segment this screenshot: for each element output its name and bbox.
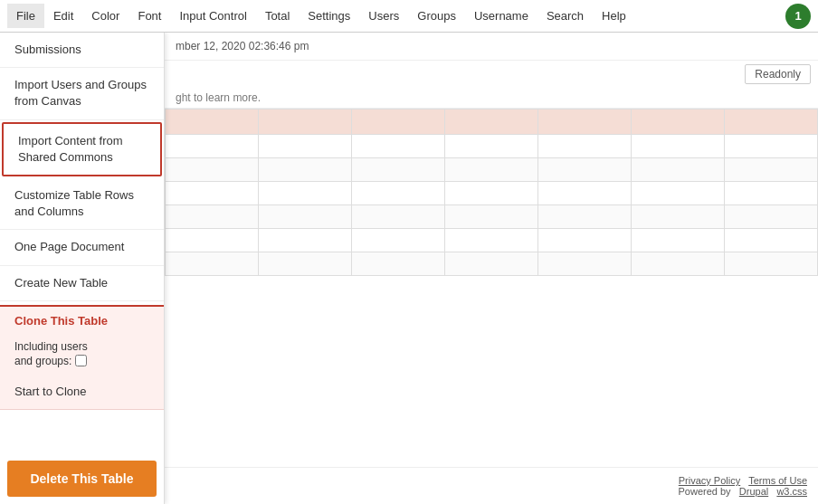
table-row (166, 158, 818, 182)
menu-username[interactable]: Username (465, 4, 537, 28)
table-cell[interactable] (632, 182, 725, 205)
menu-total[interactable]: Total (256, 4, 299, 28)
table-cell[interactable] (259, 252, 352, 276)
table-cell[interactable] (259, 205, 352, 229)
table-header-cell (632, 109, 725, 135)
table-cell[interactable] (445, 158, 538, 182)
table-row (166, 252, 818, 276)
table-container (165, 109, 818, 467)
table-row (166, 205, 818, 229)
table-cell[interactable] (538, 252, 632, 276)
table-cell[interactable] (445, 182, 538, 205)
table-cell[interactable] (259, 158, 352, 182)
table-cell[interactable] (632, 205, 725, 229)
data-table (165, 109, 818, 276)
table-cell[interactable] (725, 205, 818, 229)
including-users-checkbox[interactable] (75, 355, 87, 366)
table-header-cell (445, 109, 538, 135)
table-cell[interactable] (632, 158, 725, 182)
table-row (166, 182, 818, 205)
sidebar-item-import-content[interactable]: Import Content from Shared Commons (2, 122, 162, 176)
clone-section: Clone This Table Including users and gro… (0, 307, 164, 410)
table-cell[interactable] (538, 182, 632, 205)
table-header-cell (352, 109, 445, 135)
menu-input-control[interactable]: Input Control (170, 4, 255, 28)
table-cell[interactable] (725, 158, 818, 182)
including-users-label: Including users (14, 340, 149, 353)
table-cell[interactable] (352, 252, 445, 276)
menu-users[interactable]: Users (359, 4, 408, 28)
menu-settings[interactable]: Settings (299, 4, 359, 28)
menu-color[interactable]: Color (82, 4, 128, 28)
delete-table-button[interactable]: Delete This Table (7, 461, 157, 497)
content-footer: Privacy Policy Terms of Use Powered by D… (165, 467, 818, 504)
clone-this-table-label: Clone This Table (0, 307, 164, 335)
table-cell[interactable] (166, 135, 259, 158)
table-cell[interactable] (725, 182, 818, 205)
table-cell[interactable] (259, 135, 352, 158)
table-cell[interactable] (166, 252, 259, 276)
table-cell[interactable] (352, 158, 445, 182)
readonly-bar: Readonly (165, 61, 818, 88)
table-cell[interactable] (352, 182, 445, 205)
sidebar-item-submissions[interactable]: Submissions (0, 33, 164, 68)
table-cell[interactable] (632, 229, 725, 252)
sidebar-item-import-users[interactable]: Import Users and Groups from Canvas (0, 68, 164, 119)
table-row (166, 135, 818, 158)
table-cell[interactable] (538, 205, 632, 229)
table-cell[interactable] (725, 135, 818, 158)
table-cell[interactable] (166, 182, 259, 205)
including-users-row: Including users and groups: (0, 335, 164, 375)
content-area: mber 12, 2020 02:36:46 pm Readonly ght t… (165, 33, 818, 504)
menu-bar: File Edit Color Font Input Control Total… (0, 0, 818, 33)
menu-search[interactable]: Search (537, 4, 593, 28)
table-header-cell (538, 109, 632, 135)
menu-groups[interactable]: Groups (408, 4, 465, 28)
table-cell[interactable] (259, 229, 352, 252)
menu-file[interactable]: File (7, 4, 44, 28)
table-cell[interactable] (352, 205, 445, 229)
table-header-row (166, 109, 818, 135)
table-cell[interactable] (632, 135, 725, 158)
w3css-link[interactable]: w3.css (776, 486, 807, 497)
table-cell[interactable] (166, 229, 259, 252)
sidebar: Submissions Import Users and Groups from… (0, 33, 165, 504)
table-header-cell (259, 109, 352, 135)
user-badge[interactable]: 1 (785, 4, 811, 29)
table-cell[interactable] (445, 205, 538, 229)
sidebar-item-create-table[interactable]: Create New Table (0, 266, 164, 301)
content-header: mber 12, 2020 02:36:46 pm (165, 33, 818, 61)
terms-of-use-link[interactable]: Terms of Use (748, 475, 807, 486)
table-cell[interactable] (445, 135, 538, 158)
menu-help[interactable]: Help (593, 4, 635, 28)
and-groups-label: and groups: (14, 355, 71, 367)
table-cell[interactable] (725, 229, 818, 252)
table-cell[interactable] (166, 158, 259, 182)
sidebar-item-start-clone[interactable]: Start to Clone (0, 375, 164, 410)
table-cell[interactable] (166, 205, 259, 229)
info-bar: ght to learn more. (165, 88, 818, 109)
sidebar-item-customize-table[interactable]: Customize Table Rows and Columns (0, 178, 164, 230)
table-cell[interactable] (352, 135, 445, 158)
menu-edit[interactable]: Edit (44, 4, 82, 28)
sidebar-item-one-page[interactable]: One Page Document (0, 230, 164, 265)
table-cell[interactable] (632, 252, 725, 276)
table-cell[interactable] (445, 252, 538, 276)
table-header-cell (725, 109, 818, 135)
drupal-link[interactable]: Drupal (739, 486, 768, 497)
table-cell[interactable] (445, 229, 538, 252)
table-cell[interactable] (538, 158, 632, 182)
table-cell[interactable] (259, 182, 352, 205)
table-row (166, 229, 818, 252)
table-cell[interactable] (538, 229, 632, 252)
powered-by-label: Powered by (679, 486, 731, 497)
readonly-badge: Readonly (745, 64, 811, 84)
table-header-cell (166, 109, 259, 135)
privacy-policy-link[interactable]: Privacy Policy (679, 475, 740, 486)
main-layout: Submissions Import Users and Groups from… (0, 33, 818, 504)
menu-font[interactable]: Font (128, 4, 170, 28)
table-cell[interactable] (725, 252, 818, 276)
table-cell[interactable] (352, 229, 445, 252)
table-cell[interactable] (538, 135, 632, 158)
